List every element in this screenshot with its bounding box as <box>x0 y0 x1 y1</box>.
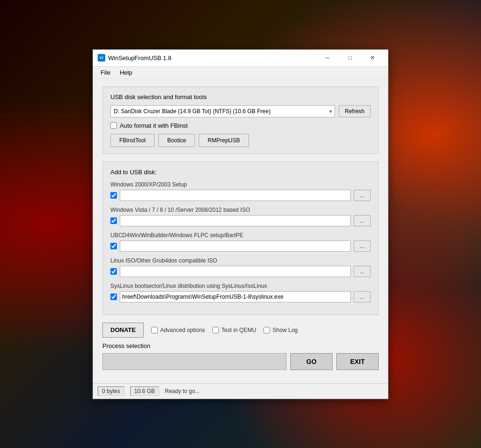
process-title: Process selection <box>102 342 379 349</box>
browse-button-4[interactable]: ... <box>354 291 371 302</box>
main-content: USB disk selection and format tools D: S… <box>93 79 388 383</box>
advanced-options-option[interactable]: Advanced options <box>151 327 205 333</box>
iso-label-3: Linux ISO/Other Grub4dos compatible ISO <box>110 257 371 264</box>
iso-label-2: UBCD4Win/WinBuilder/Windows FLPC setup/B… <box>110 232 371 239</box>
bootice-button[interactable]: Bootice <box>158 134 195 147</box>
show-log-label: Show Log <box>272 327 297 333</box>
iso-input-4[interactable]: hreef\Downloads\Programs\WinSetupFromUSB… <box>120 291 351 302</box>
iso-label-4: SysLinux bootsector/Linux distribution u… <box>110 283 371 289</box>
minimize-button[interactable]: ─ <box>317 51 338 64</box>
iso-row-0: Windows 2000/XP/2003 Setup ... <box>110 181 371 201</box>
tool-buttons: FBinstTool Bootice RMPrepUSB <box>110 134 371 147</box>
browse-button-3[interactable]: ... <box>354 266 371 277</box>
iso-row-2: UBCD4Win/WinBuilder/Windows FLPC setup/B… <box>110 232 371 252</box>
title-bar-left: W WinSetupFromUSB 1.8 <box>98 54 171 62</box>
test-qemu-label: Test in QEMU <box>221 327 256 333</box>
window-title: WinSetupFromUSB 1.8 <box>108 54 171 62</box>
usb-section-title: USB disk selection and format tools <box>110 93 371 100</box>
status-bar: 0 bytes 10.6 GB Ready to go... <box>93 383 388 399</box>
status-bytes: 0 bytes <box>98 386 124 396</box>
iso-checkbox-0[interactable] <box>110 192 117 199</box>
test-qemu-option[interactable]: Test in QEMU <box>212 327 256 333</box>
donate-button[interactable]: DONATE <box>102 323 144 338</box>
iso-input-0[interactable] <box>120 190 351 201</box>
process-input[interactable] <box>102 353 287 370</box>
iso-label-0: Windows 2000/XP/2003 Setup <box>110 181 371 188</box>
show-log-checkbox[interactable] <box>264 327 270 333</box>
bottom-options: DONATE Advanced options Test in QEMU Sho… <box>102 323 379 338</box>
title-bar: W WinSetupFromUSB 1.8 ─ □ ✕ <box>93 50 388 67</box>
auto-format-label[interactable]: Auto format it with FBinst <box>120 122 188 129</box>
iso-input-2[interactable] <box>120 240 351 252</box>
process-section: Process selection GO EXIT <box>102 342 379 370</box>
browse-button-2[interactable]: ... <box>354 240 371 252</box>
browse-button-0[interactable]: ... <box>354 190 371 201</box>
iso-row-4: SysLinux bootsector/Linux distribution u… <box>110 283 371 302</box>
fbinst-button[interactable]: FBinstTool <box>110 134 155 147</box>
iso-input-row-1: ... <box>110 215 371 226</box>
app-icon-text: W <box>100 55 104 60</box>
status-free-space: 10.6 GB <box>130 386 159 396</box>
add-section: Add to USB disk: Windows 2000/XP/2003 Se… <box>102 162 379 315</box>
advanced-options-label: Advanced options <box>160 327 205 333</box>
iso-input-row-4: hreef\Downloads\Programs\WinSetupFromUSB… <box>110 291 371 302</box>
exit-button[interactable]: EXIT <box>336 353 379 370</box>
main-window: W WinSetupFromUSB 1.8 ─ □ ✕ File Help US… <box>93 49 388 399</box>
show-log-option[interactable]: Show Log <box>264 327 297 333</box>
iso-checkbox-2[interactable] <box>110 243 117 249</box>
iso-checkbox-4[interactable] <box>110 294 117 300</box>
menu-file[interactable]: File <box>97 68 114 77</box>
usb-dropdown-row: D: SanDisk Cruzer Blade (14.9 GB Tot) (N… <box>110 105 371 117</box>
advanced-options-checkbox[interactable] <box>151 327 158 333</box>
maximize-button[interactable]: □ <box>339 51 361 64</box>
menu-help[interactable]: Help <box>116 68 136 77</box>
rmprepusb-button[interactable]: RMPrepUSB <box>199 134 249 147</box>
status-message: Ready to go... <box>165 388 200 394</box>
iso-input-row-0: ... <box>110 190 371 201</box>
usb-drive-select[interactable]: D: SanDisk Cruzer Blade (14.9 GB Tot) (N… <box>110 105 335 117</box>
close-button[interactable]: ✕ <box>362 51 383 64</box>
add-section-title: Add to USB disk: <box>110 169 371 176</box>
iso-input-1[interactable] <box>120 215 351 226</box>
usb-dropdown-wrapper: D: SanDisk Cruzer Blade (14.9 GB Tot) (N… <box>110 105 335 117</box>
refresh-button[interactable]: Refresh <box>339 105 371 117</box>
menu-bar: File Help <box>93 67 388 79</box>
title-controls: ─ □ ✕ <box>317 51 383 64</box>
app-icon: W <box>98 54 105 62</box>
auto-format-row: Auto format it with FBinst <box>110 122 371 129</box>
browse-button-1[interactable]: ... <box>354 215 371 226</box>
process-row: GO EXIT <box>102 353 379 370</box>
iso-row-3: Linux ISO/Other Grub4dos compatible ISO … <box>110 257 371 277</box>
iso-checkbox-1[interactable] <box>110 217 117 224</box>
iso-input-3[interactable] <box>120 266 351 277</box>
go-button[interactable]: GO <box>290 353 333 370</box>
iso-input-row-3: ... <box>110 266 371 277</box>
iso-checkbox-3[interactable] <box>110 268 117 275</box>
test-qemu-checkbox[interactable] <box>212 327 219 333</box>
iso-label-1: Windows Vista / 7 / 8 / 10 /Server 2008/… <box>110 207 371 213</box>
iso-row-1: Windows Vista / 7 / 8 / 10 /Server 2008/… <box>110 207 371 226</box>
usb-section: USB disk selection and format tools D: S… <box>102 86 379 154</box>
auto-format-checkbox[interactable] <box>110 122 117 129</box>
iso-input-row-2: ... <box>110 240 371 252</box>
